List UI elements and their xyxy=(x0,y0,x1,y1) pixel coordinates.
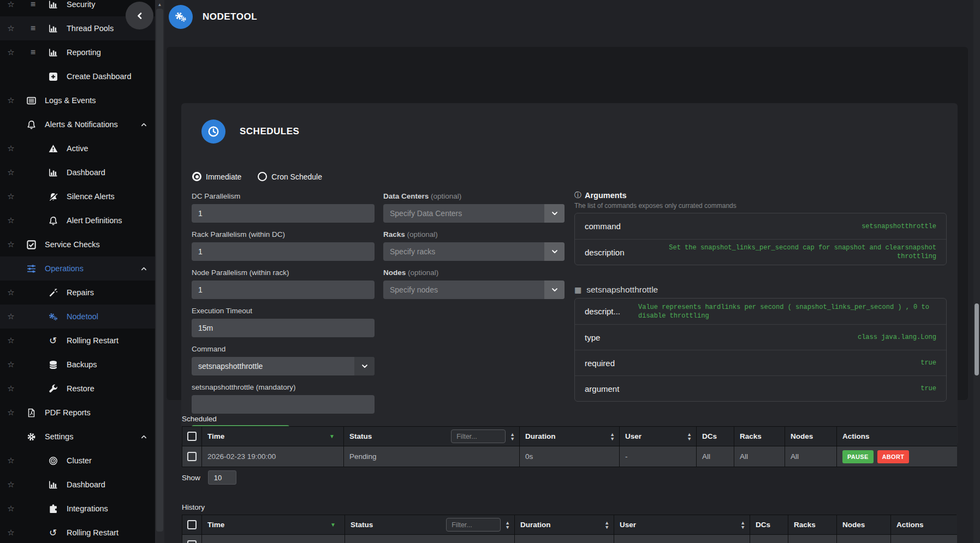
star-icon[interactable]: ☆ xyxy=(0,96,22,105)
star-icon[interactable]: ☆ xyxy=(0,528,22,538)
star-icon[interactable]: ☆ xyxy=(0,360,22,369)
rack-parallelism-within-dc-input[interactable] xyxy=(192,242,375,261)
col-duration[interactable]: Duration▴▾ xyxy=(515,515,614,535)
sidebar-item-restore[interactable]: ☆Restore xyxy=(0,377,155,401)
sort-icon[interactable]: ▴▾ xyxy=(741,521,744,529)
star-icon[interactable]: ☆ xyxy=(0,23,22,33)
table-row[interactable]: 2026-02-23 19:00:00Pending0s-AllAllAllPA… xyxy=(182,446,956,467)
show-count-input[interactable] xyxy=(208,470,236,485)
sort-icon[interactable]: ▴▾ xyxy=(688,432,691,440)
sort-icon[interactable]: ▴▾ xyxy=(506,521,509,529)
star-icon[interactable]: ☆ xyxy=(0,240,22,249)
col-nodes[interactable]: Nodes xyxy=(837,515,891,535)
sidebar-collapse-button[interactable] xyxy=(126,2,153,29)
col-status[interactable]: Status▴▾ xyxy=(345,515,515,535)
page-scrollbar-thumb[interactable] xyxy=(975,303,979,375)
row-checkbox[interactable] xyxy=(187,452,197,461)
command-select[interactable]: setsnapshotthrottle xyxy=(192,357,375,375)
node-parallelism-within-rack-input[interactable] xyxy=(192,281,375,299)
dc-parallelism-input[interactable] xyxy=(192,204,375,223)
sort-icon[interactable]: ▴▾ xyxy=(611,432,614,440)
sidebar-scrollbar-thumb[interactable] xyxy=(156,9,163,532)
col-user[interactable]: User▴▾ xyxy=(620,427,697,446)
star-icon[interactable]: ☆ xyxy=(0,47,22,57)
sidebar-item-operations[interactable]: Operations xyxy=(0,256,155,281)
status-filter-input[interactable] xyxy=(451,429,506,443)
star-icon[interactable]: ☆ xyxy=(0,0,22,9)
table-row[interactable] xyxy=(182,535,956,543)
col-dcs[interactable]: DCs xyxy=(697,427,734,446)
star-icon[interactable]: ☆ xyxy=(0,480,22,490)
sidebar-scrollbar[interactable]: ▲ xyxy=(155,0,164,543)
sidebar-item-nodetool[interactable]: ☆Nodetool xyxy=(0,305,155,329)
star-icon[interactable]: ☆ xyxy=(0,216,22,225)
sidebar-item-create-dashboard[interactable]: Create Dashboard xyxy=(0,64,155,88)
col-duration[interactable]: Duration▴▾ xyxy=(520,427,620,446)
sort-icon[interactable]: ▴▾ xyxy=(511,432,514,440)
col-time[interactable]: Time▼ xyxy=(202,515,345,535)
radio-circle-icon[interactable] xyxy=(258,172,267,181)
select-all-checkbox[interactable] xyxy=(187,520,197,529)
nodes-select[interactable]: Specify nodes xyxy=(383,281,565,299)
radio-circle-icon[interactable] xyxy=(192,172,201,181)
sidebar-item-repairs[interactable]: ☆Repairs xyxy=(0,281,155,305)
row-checkbox[interactable] xyxy=(187,540,197,543)
sidebar-item-logs-events[interactable]: ☆Logs & Events xyxy=(0,88,155,112)
sidebar-item-rolling-restart[interactable]: ☆↺Rolling Restart xyxy=(0,329,155,353)
star-icon[interactable]: ☆ xyxy=(0,384,22,393)
chevron-up-icon[interactable] xyxy=(140,121,147,128)
drag-handle-icon[interactable]: ≡ xyxy=(22,23,44,33)
pause-button[interactable]: PAUSE xyxy=(842,450,874,463)
sidebar-item-integrations[interactable]: ☆Integrations xyxy=(0,497,155,521)
sidebar-item-dashboard[interactable]: ☆Dashboard xyxy=(0,473,155,497)
scroll-up-icon[interactable]: ▲ xyxy=(155,0,164,7)
sort-icon[interactable]: ▴▾ xyxy=(605,521,608,529)
star-icon[interactable]: ☆ xyxy=(0,192,22,201)
col-status[interactable]: Status▴▾ xyxy=(344,427,520,446)
chevron-up-icon[interactable] xyxy=(140,265,147,272)
execution-timeout-input[interactable] xyxy=(192,319,375,337)
sidebar-item-silence-alerts[interactable]: ☆Silence Alerts xyxy=(0,184,155,208)
data-centers-select[interactable]: Specify Data Centers xyxy=(383,204,565,223)
sidebar-item-reporting[interactable]: ☆≡Reporting xyxy=(0,40,155,64)
radio-cron-schedule[interactable]: Cron Schedule xyxy=(258,172,322,181)
sidebar-item-settings[interactable]: Settings xyxy=(0,425,155,449)
col-racks[interactable]: Racks xyxy=(734,427,785,446)
drag-handle-icon[interactable]: ≡ xyxy=(22,0,44,9)
status-filter-input[interactable] xyxy=(446,518,501,532)
star-icon[interactable]: ☆ xyxy=(0,504,22,514)
star-icon[interactable]: ☆ xyxy=(0,408,22,417)
sidebar-item-alerts-notifications[interactable]: Alerts & Notifications xyxy=(0,112,155,136)
star-icon[interactable]: ☆ xyxy=(0,168,22,177)
col-user[interactable]: User▴▾ xyxy=(614,515,750,535)
sidebar-item-dashboard[interactable]: ☆Dashboard xyxy=(0,160,155,184)
col-actions[interactable]: Actions xyxy=(891,515,957,535)
col-nodes[interactable]: Nodes xyxy=(785,427,837,446)
sidebar-item-service-checks[interactable]: ☆Service Checks xyxy=(0,232,155,256)
abort-button[interactable]: ABORT xyxy=(877,450,910,463)
sidebar-item-cluster[interactable]: ☆Cluster xyxy=(0,449,155,473)
star-icon[interactable]: ☆ xyxy=(0,288,22,297)
chevron-down-icon[interactable] xyxy=(544,242,565,261)
sort-desc-icon[interactable]: ▼ xyxy=(330,522,336,528)
sidebar-item-active[interactable]: ☆Active xyxy=(0,136,155,160)
star-icon[interactable]: ☆ xyxy=(0,336,22,345)
racks-select[interactable]: Specify racks xyxy=(383,242,565,261)
col-actions[interactable]: Actions xyxy=(837,427,957,446)
star-icon[interactable]: ☆ xyxy=(0,312,22,321)
sidebar-item-alert-definitions[interactable]: ☆Alert Definitions xyxy=(0,208,155,232)
col-dcs[interactable]: DCs xyxy=(750,515,788,535)
col-racks[interactable]: Racks xyxy=(788,515,837,535)
star-icon[interactable]: ☆ xyxy=(0,144,22,153)
select-all-checkbox[interactable] xyxy=(187,432,197,441)
sort-desc-icon[interactable]: ▼ xyxy=(329,433,335,439)
chevron-down-icon[interactable] xyxy=(354,357,375,375)
sidebar-item-backups[interactable]: ☆Backups xyxy=(0,353,155,377)
star-icon[interactable]: ☆ xyxy=(0,456,22,466)
chevron-down-icon[interactable] xyxy=(544,204,565,223)
sidebar-item-rolling-restart[interactable]: ☆↺Rolling Restart xyxy=(0,521,155,543)
col-time[interactable]: Time▼ xyxy=(202,427,344,446)
drag-handle-icon[interactable]: ≡ xyxy=(22,47,44,57)
page-scrollbar[interactable] xyxy=(973,0,980,543)
radio-immediate[interactable]: Immediate xyxy=(192,172,241,181)
